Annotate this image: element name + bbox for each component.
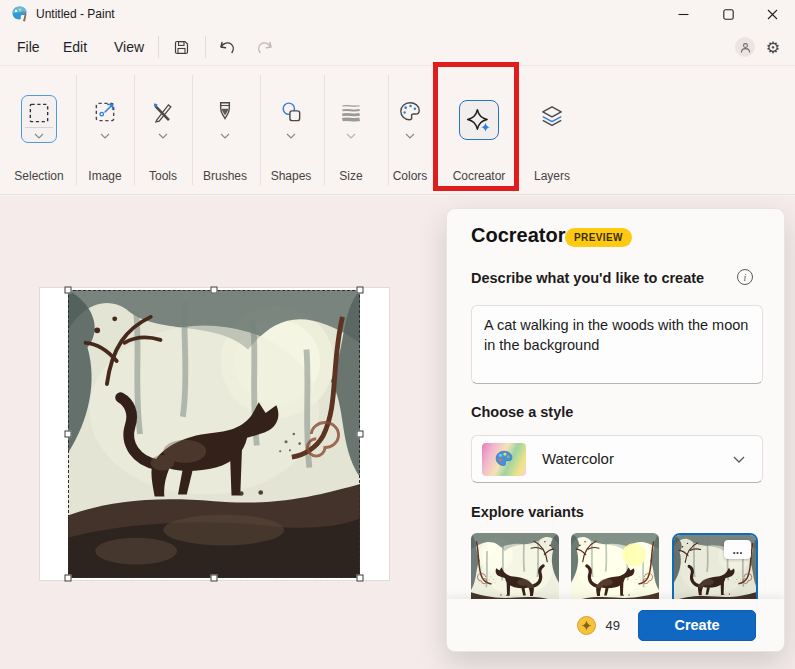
close-button[interactable] (750, 0, 794, 28)
toolbar-label: Shapes (262, 169, 320, 183)
variants-label: Explore variants (471, 504, 584, 520)
toolbar-label: Cocreator (441, 169, 517, 183)
save-icon (173, 39, 190, 56)
menu-separator (205, 36, 206, 58)
toolbar-item-shapes[interactable]: Shapes (262, 67, 320, 195)
toolbar-item-cocreator[interactable]: Cocreator (441, 67, 517, 195)
toolbar-item-image[interactable]: Image (80, 67, 130, 195)
cocreator-button[interactable] (459, 100, 499, 140)
brushes-icon (212, 99, 238, 125)
toolbar-item-tools[interactable]: Tools (138, 67, 188, 195)
toolbar-separator (76, 75, 77, 185)
chevron-down-icon (346, 133, 356, 139)
toolbar-item-colors[interactable]: Colors (382, 67, 438, 195)
settings-button[interactable]: ⚙ (759, 33, 787, 61)
ribbon-toolbar: Selection Image Tools (0, 67, 795, 195)
maximize-button[interactable] (706, 0, 750, 28)
paint-window: Untitled - Paint File Edit View (0, 0, 795, 669)
toolbar-separator (324, 75, 325, 185)
selected-image[interactable] (68, 290, 360, 578)
redo-icon (256, 38, 274, 56)
panel-footer: 49 Create (447, 599, 784, 651)
toolbar-label: Brushes (196, 169, 254, 183)
toolbar-label: Image (80, 169, 130, 183)
chevron-down-icon (286, 133, 296, 139)
selection-marquee (68, 290, 360, 578)
window-title: Untitled - Paint (36, 7, 115, 21)
colors-icon (397, 99, 423, 125)
split-divider (25, 127, 53, 128)
account-icon (739, 41, 752, 54)
resize-handle-nw[interactable] (65, 287, 72, 294)
toolbar-label: Tools (138, 169, 188, 183)
credits-count: 49 (606, 618, 620, 633)
toolbar-separator (260, 75, 261, 185)
style-thumbnail (482, 443, 526, 476)
minimize-button[interactable] (661, 0, 705, 28)
describe-label: Describe what you'd like to create (471, 270, 704, 286)
panel-title: Cocreator (471, 224, 565, 247)
menu-separator (158, 36, 159, 58)
style-dropdown[interactable]: Watercolor (471, 435, 763, 483)
more-options-button[interactable]: ... (724, 540, 751, 559)
undo-button[interactable] (212, 33, 242, 61)
info-icon[interactable]: i (737, 269, 753, 285)
cocreator-sparkle-icon (466, 107, 492, 133)
size-icon (338, 99, 364, 125)
toolbar-item-size[interactable]: Size (326, 67, 376, 195)
save-button[interactable] (166, 33, 196, 61)
resize-handle-s[interactable] (211, 575, 218, 582)
redo-button[interactable] (250, 33, 280, 61)
settings-gear-icon: ⚙ (766, 38, 780, 57)
undo-icon (218, 38, 236, 56)
toolbar-separator (134, 75, 135, 185)
prompt-input[interactable]: A cat walking in the woods with the moon… (471, 305, 763, 384)
chevron-down-icon (100, 133, 110, 139)
palette-icon (493, 448, 515, 470)
menu-file[interactable]: File (6, 33, 51, 61)
image-icon (92, 99, 118, 125)
resize-handle-n[interactable] (211, 287, 218, 294)
toolbar-item-brushes[interactable]: Brushes (196, 67, 254, 195)
style-label: Choose a style (471, 404, 573, 420)
tools-icon (150, 99, 176, 125)
resize-handle-sw[interactable] (65, 575, 72, 582)
resize-handle-w[interactable] (65, 431, 72, 438)
create-button[interactable]: Create (638, 610, 756, 641)
toolbar-label: Selection (8, 169, 70, 183)
selection-icon (26, 100, 52, 126)
paint-logo-icon (11, 5, 28, 22)
toolbar-item-selection[interactable]: Selection (8, 67, 70, 195)
shapes-icon (278, 99, 304, 125)
chevron-down-icon (405, 133, 415, 139)
toolbar-label: Size (326, 169, 376, 183)
preview-badge: PREVIEW (565, 228, 632, 247)
menu-edit[interactable]: Edit (52, 33, 98, 61)
account-button[interactable] (735, 37, 755, 57)
selection-split-button[interactable] (21, 95, 57, 143)
chevron-down-icon (34, 133, 44, 139)
toolbar-separator (192, 75, 193, 185)
credits-coin-icon (577, 616, 596, 635)
toolbar-item-layers[interactable]: Layers (524, 67, 580, 195)
menu-view[interactable]: View (103, 33, 155, 61)
toolbar-label: Layers (524, 169, 580, 183)
chevron-down-icon (220, 133, 230, 139)
resize-handle-se[interactable] (357, 575, 364, 582)
canvas-workspace: Cocreator PREVIEW Describe what you'd li… (0, 196, 795, 669)
toolbar-label: Colors (382, 169, 438, 183)
cocreator-panel: Cocreator PREVIEW Describe what you'd li… (446, 208, 785, 652)
chevron-down-icon (158, 133, 168, 139)
style-selected-value: Watercolor (542, 450, 614, 467)
menu-bar: File Edit View (0, 28, 795, 66)
resize-handle-ne[interactable] (357, 287, 364, 294)
resize-handle-e[interactable] (357, 431, 364, 438)
chevron-down-icon (733, 456, 745, 463)
title-bar: Untitled - Paint (0, 0, 795, 28)
layers-icon (539, 103, 565, 129)
